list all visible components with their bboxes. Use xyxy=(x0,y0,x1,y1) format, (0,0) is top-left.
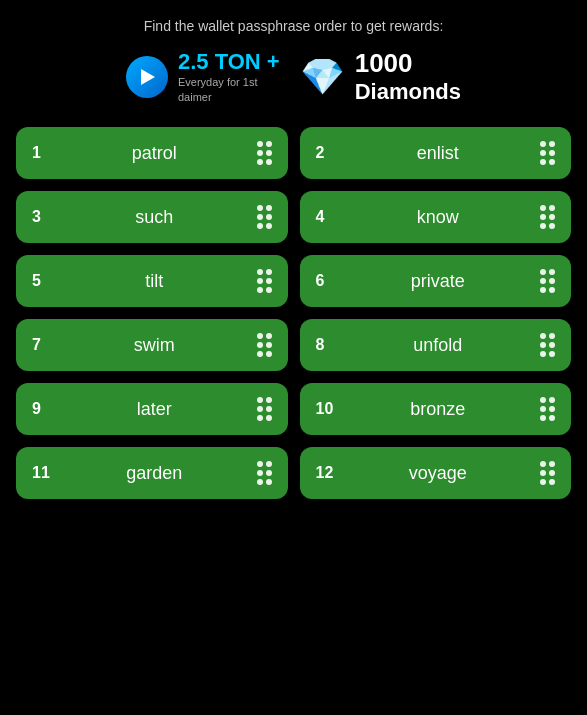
rewards-row: 2.5 TON + Everyday for 1st daimer 💎 1000… xyxy=(16,48,571,105)
drag-handle-icon[interactable] xyxy=(257,205,272,229)
drag-handle-icon[interactable] xyxy=(540,397,555,421)
word-text: such xyxy=(52,207,257,228)
diamond-text: 1000 Diamonds xyxy=(355,48,461,105)
ton-amount: 2.5 TON + xyxy=(178,49,280,75)
drag-handle-icon[interactable] xyxy=(540,205,555,229)
word-number: 12 xyxy=(316,464,336,482)
word-card[interactable]: 8unfold xyxy=(300,319,572,371)
word-number: 3 xyxy=(32,208,52,226)
word-number: 4 xyxy=(316,208,336,226)
word-number: 7 xyxy=(32,336,52,354)
drag-handle-icon[interactable] xyxy=(257,269,272,293)
word-text: tilt xyxy=(52,271,257,292)
word-number: 6 xyxy=(316,272,336,290)
word-text: garden xyxy=(52,463,257,484)
word-card[interactable]: 1patrol xyxy=(16,127,288,179)
word-text: enlist xyxy=(336,143,541,164)
word-number: 2 xyxy=(316,144,336,162)
word-card[interactable]: 2enlist xyxy=(300,127,572,179)
ton-section: 2.5 TON + Everyday for 1st daimer xyxy=(126,49,280,104)
word-number: 9 xyxy=(32,400,52,418)
word-card[interactable]: 4know xyxy=(300,191,572,243)
ton-info: 2.5 TON + Everyday for 1st daimer xyxy=(178,49,280,104)
words-grid: 1patrol2enlist3such4know5tilt6private7sw… xyxy=(16,127,571,499)
ton-subtitle: Everyday for 1st daimer xyxy=(178,75,280,104)
drag-handle-icon[interactable] xyxy=(540,333,555,357)
word-card[interactable]: 5tilt xyxy=(16,255,288,307)
word-number: 5 xyxy=(32,272,52,290)
word-card[interactable]: 9later xyxy=(16,383,288,435)
diamond-count: 1000 xyxy=(355,48,461,79)
drag-handle-icon[interactable] xyxy=(257,333,272,357)
word-text: private xyxy=(336,271,541,292)
drag-handle-icon[interactable] xyxy=(540,461,555,485)
drag-handle-icon[interactable] xyxy=(540,269,555,293)
instruction-text: Find the wallet passphrase order to get … xyxy=(144,18,444,34)
diamond-icon: 💎 xyxy=(300,56,345,98)
drag-handle-icon[interactable] xyxy=(540,141,555,165)
drag-handle-icon[interactable] xyxy=(257,397,272,421)
word-text: bronze xyxy=(336,399,541,420)
word-text: swim xyxy=(52,335,257,356)
word-text: patrol xyxy=(52,143,257,164)
word-number: 10 xyxy=(316,400,336,418)
word-card[interactable]: 12voyage xyxy=(300,447,572,499)
diamond-section: 💎 1000 Diamonds xyxy=(300,48,461,105)
word-text: know xyxy=(336,207,541,228)
word-number: 8 xyxy=(316,336,336,354)
word-text: voyage xyxy=(336,463,541,484)
word-text: later xyxy=(52,399,257,420)
word-card[interactable]: 6private xyxy=(300,255,572,307)
word-card[interactable]: 11garden xyxy=(16,447,288,499)
word-number: 11 xyxy=(32,464,52,482)
word-card[interactable]: 3such xyxy=(16,191,288,243)
word-card[interactable]: 10bronze xyxy=(300,383,572,435)
drag-handle-icon[interactable] xyxy=(257,461,272,485)
word-number: 1 xyxy=(32,144,52,162)
word-text: unfold xyxy=(336,335,541,356)
diamond-label: Diamonds xyxy=(355,79,461,105)
word-card[interactable]: 7swim xyxy=(16,319,288,371)
play-button[interactable] xyxy=(126,56,168,98)
drag-handle-icon[interactable] xyxy=(257,141,272,165)
